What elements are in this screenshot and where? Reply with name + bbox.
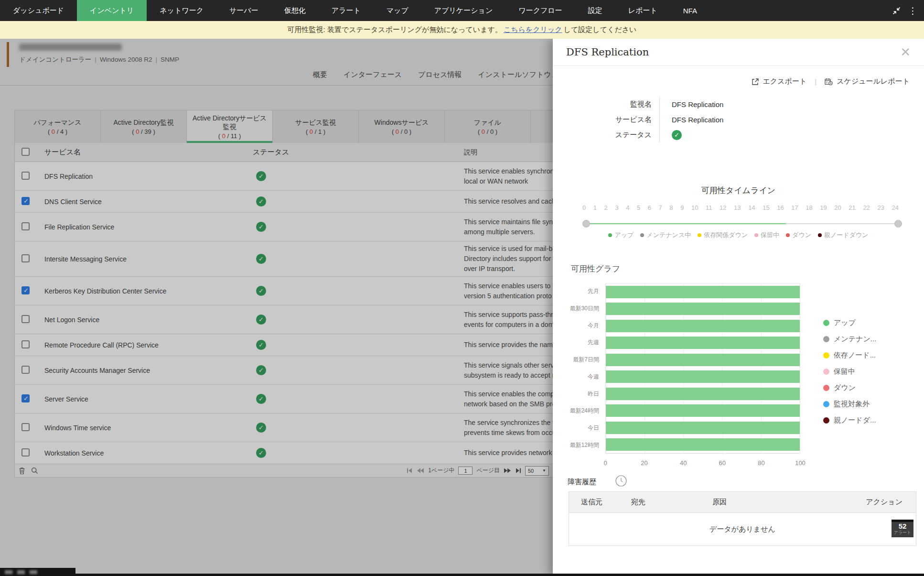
header-source: 送信元 — [569, 498, 631, 507]
history-header: 送信元 宛先 原因 アクション — [569, 492, 916, 513]
export-button[interactable]: エクスポート — [752, 77, 807, 86]
alert-count-badge[interactable]: 52 アラート — [892, 520, 913, 537]
more-menu-icon[interactable]: ⋮ — [908, 6, 917, 15]
chart-bar-row — [606, 335, 800, 352]
chart-bar — [606, 303, 800, 315]
legend-label: 保留中 — [834, 367, 855, 376]
timeline-tick: 13 — [734, 204, 741, 211]
timeline-tick: 8 — [669, 204, 673, 211]
timeline-tick: 19 — [820, 204, 827, 211]
legend-label: 親ノードダウン — [824, 231, 869, 239]
legend-dot — [754, 233, 758, 237]
top-navigation: ダッシュボード インベントリ ネットワーク サーバー 仮想化 アラート マップ … — [0, 0, 924, 21]
chart-bar-row — [606, 419, 800, 436]
chart-bar-row — [606, 317, 800, 335]
timeline-tick: 0 — [582, 204, 586, 211]
alert-label: アラート — [892, 531, 913, 535]
nav-network[interactable]: ネットワーク — [147, 0, 216, 21]
chart-category-label: 先月 — [553, 283, 602, 300]
chart-xtick: 40 — [680, 459, 687, 467]
timeline-tick: 4 — [626, 204, 629, 211]
nav-alerts[interactable]: アラート — [319, 0, 374, 21]
monitor-info: 監視名 DFS Replication サービス名 DFS Replicatio… — [553, 97, 803, 142]
chart-bar-row — [606, 402, 800, 420]
status-ok-icon — [672, 130, 682, 140]
timeline-tick: 2 — [604, 204, 608, 211]
nav-applications[interactable]: アプリケーション — [421, 0, 505, 21]
timeline-handle-end[interactable] — [894, 220, 902, 228]
legend-item: ダウン — [823, 383, 876, 392]
legend-label: ダウン — [834, 383, 856, 392]
timeline-tick: 11 — [706, 204, 712, 211]
timeline-tick: 14 — [748, 204, 755, 211]
legend-dot — [640, 233, 644, 237]
legend-dot — [818, 233, 822, 237]
timeline-ticks: 0123456789101112131415161718192021222324 — [582, 204, 899, 211]
legend-dot — [823, 369, 829, 375]
chart-bar-row — [606, 369, 800, 386]
nav-dashboard[interactable]: ダッシュボード — [0, 0, 77, 21]
nav-settings[interactable]: 設定 — [575, 0, 615, 21]
availability-graph-title: 可用性グラフ — [571, 263, 620, 274]
timeline-tick: 21 — [849, 204, 855, 211]
timeline-tick: 6 — [648, 204, 651, 211]
timeline-handle-start[interactable] — [582, 220, 590, 228]
service-name-label: サービス名 — [553, 115, 659, 124]
close-icon[interactable]: ✕ — [900, 46, 911, 58]
panel-header: DFS Replication ✕ — [553, 39, 924, 66]
calendar-clock-icon — [825, 78, 833, 86]
chart-bar — [606, 388, 800, 400]
legend-dot — [823, 385, 829, 391]
banner-click-here-link[interactable]: こちらをクリック — [504, 25, 562, 34]
monitor-name-value: DFS Replication — [659, 97, 803, 112]
chart-xtick: 20 — [641, 459, 647, 467]
legend-item: 監視対象外 — [823, 400, 876, 409]
nav-maps[interactable]: マップ — [374, 0, 421, 21]
timeline-tick: 23 — [877, 204, 884, 211]
status-label: ステータス — [553, 130, 659, 140]
legend-item: 依存関係ダウン — [698, 231, 748, 239]
chart-xtick: 60 — [719, 459, 726, 467]
chart-category-label: 今月 — [553, 317, 602, 334]
info-row: サービス名 DFS Replication — [553, 112, 803, 127]
availability-warning-banner: 可用性監視: 装置でステータスポーリングが無効になっています。 こちらをクリック… — [0, 21, 924, 39]
chart-bar — [606, 286, 800, 298]
legend-dot — [698, 233, 701, 237]
legend-item: メンテナンス中 — [640, 231, 691, 239]
timeline-tick: 20 — [834, 204, 841, 211]
taskbar-fragment — [0, 568, 75, 576]
chart-category-label: 最新24時間 — [553, 402, 602, 420]
legend-item: アップ — [823, 318, 876, 327]
nav-server[interactable]: サーバー — [216, 0, 271, 21]
header-destination: 宛先 — [631, 498, 712, 507]
nav-virtualization[interactable]: 仮想化 — [271, 0, 319, 21]
banner-text: 可用性監視: 装置でステータスポーリングが無効になっています。 — [288, 25, 502, 34]
clock-icon[interactable] — [615, 475, 627, 487]
chart-legend: アップメンテナン...依存ノード...保留中ダウン監視対象外親ノードダ... — [823, 318, 876, 425]
timeline-tick: 12 — [720, 204, 726, 211]
timeline-tick: 7 — [659, 204, 662, 211]
collapse-icon[interactable] — [892, 7, 901, 15]
chart-bar-row — [606, 301, 800, 318]
monitor-name-label: 監視名 — [553, 100, 659, 109]
legend-dot — [823, 336, 829, 342]
legend-label: 保留中 — [761, 231, 779, 239]
timeline-tick: 24 — [892, 204, 898, 211]
timeline-tick: 15 — [763, 204, 769, 211]
divider: | — [815, 77, 817, 86]
schedule-report-button[interactable]: スケジュールレポート — [825, 77, 910, 86]
nav-reports[interactable]: レポート — [615, 0, 670, 21]
legend-label: アップ — [614, 231, 634, 239]
chart-bar — [606, 422, 800, 434]
schedule-report-label: スケジュールレポート — [837, 77, 910, 86]
timeline-tick: 3 — [615, 204, 618, 211]
chart-bar — [606, 337, 800, 349]
nav-nfa[interactable]: NFA — [670, 0, 710, 21]
status-value — [659, 127, 803, 142]
chart-bar — [606, 404, 800, 417]
chart-bar — [606, 370, 800, 383]
timeline-tick: 9 — [680, 204, 684, 211]
nav-inventory[interactable]: インベントリ — [77, 0, 147, 21]
nav-workflow[interactable]: ワークフロー — [505, 0, 575, 21]
no-data-message: データがありません — [569, 513, 916, 545]
